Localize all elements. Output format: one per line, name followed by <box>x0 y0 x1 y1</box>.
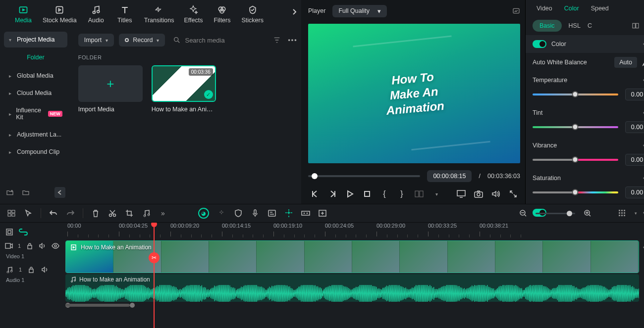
step-back-icon[interactable] <box>327 189 337 199</box>
cut-icon[interactable] <box>108 209 117 218</box>
import-media-card[interactable]: + Import Media <box>78 65 143 113</box>
saturation-value[interactable]: 0.00 <box>625 187 644 198</box>
compare-icon[interactable] <box>632 22 640 30</box>
sidebar-item-compound-clip[interactable]: ▸ Compound Clip <box>4 144 67 160</box>
record-dropdown[interactable]: Record ▾ <box>119 34 165 47</box>
thumb-caption: How to Make an Anim... <box>152 106 216 113</box>
mute-icon[interactable] <box>41 265 50 274</box>
select-mode-icon[interactable] <box>24 209 33 218</box>
mute-icon[interactable] <box>39 241 47 250</box>
media-clip-card[interactable]: 00:03:36 ✓ How to Make an Anim... <box>152 65 216 113</box>
tab-filters[interactable]: Filters <box>208 2 236 26</box>
subtitle-icon[interactable] <box>268 209 276 218</box>
add-folder-icon[interactable] <box>6 188 14 196</box>
vibrance-slider[interactable] <box>533 159 618 161</box>
chevron-right-icon: ▸ <box>9 111 12 117</box>
lock-icon[interactable] <box>26 241 34 250</box>
sidebar-item-global-media[interactable]: ▸ Global Media <box>4 68 67 84</box>
playhead[interactable]: ✂ <box>154 223 155 328</box>
volume-icon[interactable] <box>491 189 501 199</box>
skip-back-icon[interactable] <box>310 189 320 199</box>
display-mode-icon[interactable] <box>414 189 424 199</box>
search-input[interactable] <box>185 37 268 44</box>
current-time: 00:00:08:15 <box>427 170 472 182</box>
folder-icon[interactable] <box>22 188 30 196</box>
tab-media[interactable]: Media <box>9 2 38 26</box>
auto-button[interactable]: Auto <box>614 57 637 68</box>
temperature-slider[interactable] <box>533 94 618 95</box>
grid-view-icon[interactable] <box>618 209 627 218</box>
panel-tab-speed[interactable]: Speed <box>587 0 613 17</box>
import-dropdown[interactable]: Import ▾ <box>78 34 114 47</box>
search-icon <box>173 36 181 44</box>
crop-icon[interactable] <box>125 209 134 218</box>
display-chevron-icon[interactable]: ▾ <box>431 189 441 199</box>
subtab-hsl[interactable]: HSL <box>569 22 581 29</box>
sparkle-icon[interactable] <box>217 209 226 218</box>
color-toggle[interactable] <box>533 40 546 48</box>
undo-icon[interactable] <box>49 209 58 218</box>
sidebar-folder[interactable]: Folder <box>4 49 67 68</box>
seek-slider[interactable] <box>308 175 420 177</box>
marker-icon[interactable] <box>284 209 293 218</box>
mark-in-icon[interactable]: { <box>379 189 389 199</box>
tab-titles[interactable]: Titles <box>110 2 139 26</box>
redo-icon[interactable] <box>66 209 75 218</box>
chevron-down-icon[interactable]: ▾ <box>635 211 637 216</box>
lock-icon[interactable] <box>27 265 36 274</box>
tint-slider[interactable] <box>533 126 618 128</box>
expand-icon[interactable]: » <box>159 209 167 218</box>
collapse-button[interactable] <box>54 187 65 198</box>
more-icon[interactable]: ••• <box>288 37 297 44</box>
subtab-basic[interactable]: Basic <box>533 20 562 32</box>
tab-audio[interactable]: Audio <box>82 2 110 26</box>
tab-stock-media[interactable]: Stock Media <box>38 2 82 26</box>
fullscreen-icon[interactable] <box>508 189 518 199</box>
zoom-in-icon[interactable] <box>583 209 592 218</box>
sidebar-item-influence-kit[interactable]: ▸ Influence Kit NEW <box>4 102 67 125</box>
sidebar-item-adjustment-layer[interactable]: ▸ Adjustment La... <box>4 127 67 142</box>
visibility-icon[interactable] <box>52 241 59 250</box>
panel-tab-video[interactable]: Video <box>533 0 556 17</box>
sidebar-item-cloud-media[interactable]: ▸ Cloud Media <box>4 85 67 101</box>
video-preview[interactable]: How To Make An Animation <box>308 24 520 163</box>
panel-tab-color[interactable]: Color <box>560 0 583 17</box>
eyedropper-icon[interactable] <box>641 58 644 66</box>
record-dot-icon <box>125 38 129 42</box>
ai-assistant-icon[interactable]: ◕ <box>198 208 209 219</box>
keyframe-track-icon[interactable] <box>301 209 310 218</box>
filter-icon[interactable] <box>273 36 281 44</box>
tab-transitions[interactable]: Transitions <box>139 2 179 26</box>
camera-icon[interactable] <box>474 189 483 199</box>
zoom-out-icon[interactable] <box>519 209 528 218</box>
vibrance-value[interactable]: 0.00 <box>625 154 644 166</box>
tab-effects[interactable]: Effects <box>179 2 208 26</box>
screen-icon[interactable] <box>456 189 466 199</box>
horizontal-scrollbar[interactable] <box>64 302 644 309</box>
sidebar-item-project-media[interactable]: ▾ Project Media <box>4 32 67 47</box>
play-icon[interactable] <box>345 189 355 199</box>
tint-value[interactable]: 0.00 <box>625 121 644 133</box>
shield-icon[interactable] <box>234 209 243 218</box>
quality-dropdown[interactable]: Full Quality ▾ <box>332 5 387 17</box>
nav-more-chevron-icon[interactable] <box>291 8 297 16</box>
timeline-canvas[interactable]: 00:0000:00:04:2500:00:09:2000:00:14:1500… <box>64 223 644 328</box>
subtab-curves[interactable]: C <box>588 22 592 29</box>
music-icon[interactable] <box>142 209 151 218</box>
zoom-slider[interactable] <box>536 213 575 214</box>
tab-stickers[interactable]: Stickers <box>236 2 268 26</box>
nest-icon[interactable] <box>5 228 14 236</box>
tab-label: Transitions <box>144 17 174 24</box>
add-marker-icon[interactable] <box>318 209 327 218</box>
delete-icon[interactable] <box>91 209 100 218</box>
tracks-icon[interactable] <box>7 209 16 218</box>
snapshot-icon[interactable] <box>512 7 520 15</box>
temperature-value[interactable]: 0.00 <box>625 89 644 100</box>
audio-clip[interactable]: How to Make an Animation <box>65 274 639 302</box>
mark-out-icon[interactable]: } <box>397 189 407 199</box>
svg-rect-39 <box>619 212 620 214</box>
link-icon[interactable] <box>19 228 28 236</box>
saturation-slider[interactable] <box>533 191 618 193</box>
mic-icon[interactable] <box>251 209 260 218</box>
stop-icon[interactable] <box>362 189 372 199</box>
